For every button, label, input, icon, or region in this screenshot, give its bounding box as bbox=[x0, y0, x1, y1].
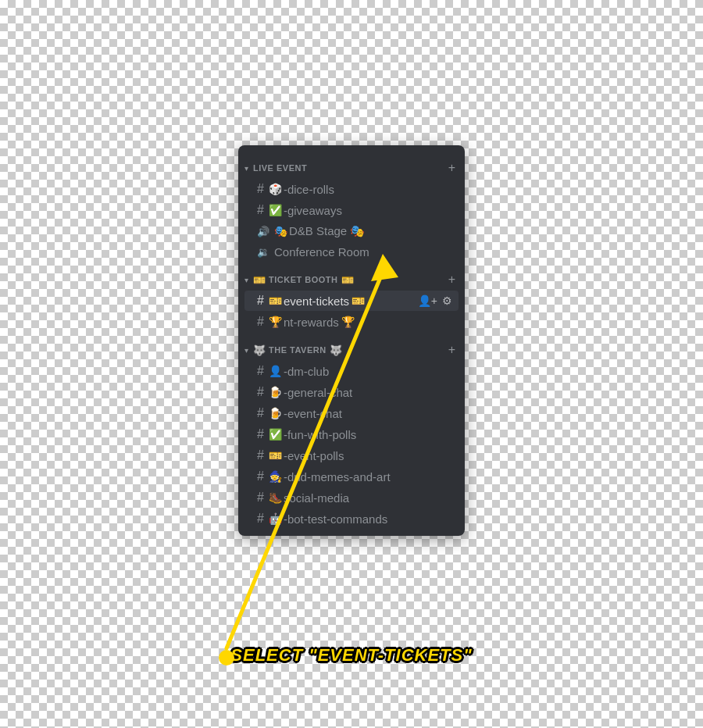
channel-emoji: 👤 bbox=[269, 365, 282, 377]
channel-name: -dnd-memes-and-art bbox=[284, 470, 391, 484]
channel-event-polls[interactable]: # 🎫 -event-polls bbox=[244, 445, 459, 466]
channel-emoji: 🍺 bbox=[269, 407, 282, 419]
channel-dice-rolls[interactable]: # 🎲 -dice-rolls bbox=[244, 179, 459, 199]
hash-icon: # bbox=[257, 315, 264, 329]
channel-name: Conference Room bbox=[274, 245, 369, 259]
channel-name: -event-polls bbox=[284, 449, 344, 462]
channel-emoji-after: 🏆 bbox=[341, 316, 355, 328]
hash-icon: # bbox=[257, 182, 264, 196]
channel-emoji: ✅ bbox=[269, 428, 282, 441]
channel-event-tickets[interactable]: # 🎫 event-tickets 🎫 👤+ ⚙ bbox=[244, 291, 459, 311]
sidebar: ▾ LIVE EVENT + # 🎲 -dice-rolls # ✅ -give… bbox=[238, 145, 465, 536]
category-add-button[interactable]: + bbox=[448, 343, 455, 357]
channel-emoji: 🥾 bbox=[269, 491, 282, 504]
channel-name: -giveaways bbox=[284, 204, 342, 217]
channel-name: event-tickets bbox=[284, 294, 349, 308]
category-label: TICKET BOOTH bbox=[269, 275, 338, 284]
add-member-icon[interactable]: 👤+ bbox=[418, 294, 437, 307]
hash-icon: # bbox=[257, 294, 264, 308]
channel-emoji: ✅ bbox=[269, 204, 282, 216]
channel-name: -dice-rolls bbox=[284, 183, 334, 196]
channel-emoji: 🎲 bbox=[269, 183, 282, 195]
category-live-event[interactable]: ▾ LIVE EVENT + bbox=[238, 158, 465, 178]
hash-icon: # bbox=[257, 406, 264, 420]
channel-actions: 👤+ ⚙ bbox=[418, 294, 452, 307]
hash-icon: # bbox=[257, 512, 264, 526]
channel-name: social-media bbox=[284, 491, 349, 505]
chevron-icon: ▾ bbox=[244, 276, 248, 284]
settings-icon[interactable]: ⚙ bbox=[442, 294, 452, 307]
channel-name: -fun-with-polls bbox=[284, 428, 356, 441]
hash-icon: # bbox=[257, 203, 264, 217]
hash-icon: # bbox=[257, 385, 264, 399]
category-label: LIVE EVENT bbox=[253, 163, 307, 173]
category-add-button[interactable]: + bbox=[448, 273, 455, 287]
chevron-icon: ▾ bbox=[244, 164, 248, 173]
channel-emoji: 🧙 bbox=[269, 470, 282, 483]
chevron-icon: ▾ bbox=[244, 346, 248, 355]
annotation-label: SELECT "EVENT-TICKETS" bbox=[230, 645, 472, 666]
category-emoji-before: 🐺 bbox=[253, 344, 266, 356]
channel-emoji: 🤖 bbox=[269, 512, 282, 525]
channel-dnd-memes[interactable]: # 🧙 -dnd-memes-and-art bbox=[244, 466, 459, 487]
volume-icon: 🔉 bbox=[257, 246, 269, 258]
channel-name: -event-chat bbox=[284, 407, 342, 420]
channel-bot-test[interactable]: # 🤖 -bot-test-commands bbox=[244, 509, 459, 529]
channel-dm-club[interactable]: # 👤 -dm-club bbox=[244, 361, 459, 381]
channel-giveaways[interactable]: # ✅ -giveaways bbox=[244, 200, 459, 220]
channel-name: -dm-club bbox=[284, 365, 329, 378]
hash-icon: # bbox=[257, 469, 264, 484]
channel-name: nt-rewards bbox=[284, 316, 339, 329]
voice-icon: 🔊 bbox=[257, 226, 269, 237]
channel-general-chat[interactable]: # 🍺 -general-chat bbox=[244, 382, 459, 402]
channel-conference-room[interactable]: 🔉 Conference Room bbox=[244, 242, 459, 262]
category-label: THE TAVERN bbox=[269, 345, 327, 355]
channel-name: -bot-test-commands bbox=[284, 512, 387, 526]
category-add-button[interactable]: + bbox=[448, 161, 455, 175]
hash-icon: # bbox=[257, 491, 264, 505]
category-emoji-after: 🐺 bbox=[330, 344, 342, 356]
category-emoji-after: 🎫 bbox=[341, 274, 354, 286]
channel-emoji: 🏆 bbox=[269, 316, 282, 328]
channel-social-media[interactable]: # 🥾 social-media bbox=[244, 487, 459, 508]
category-the-tavern[interactable]: ▾ 🐺 THE TAVERN 🐺 + bbox=[238, 340, 465, 360]
channel-fun-with-polls[interactable]: # ✅ -fun-with-polls bbox=[244, 424, 459, 444]
hash-icon: # bbox=[257, 427, 264, 441]
channel-dnb-stage[interactable]: 🔊 🎭 D&B Stage 🎭 bbox=[244, 221, 459, 241]
channel-event-rewards[interactable]: # 🏆 nt-rewards 🏆 bbox=[244, 312, 459, 332]
category-emoji-before: 🎫 bbox=[253, 274, 266, 286]
channel-emoji: 🎫 bbox=[269, 294, 282, 307]
hash-icon: # bbox=[257, 448, 264, 462]
channel-emoji: 🎫 bbox=[269, 449, 282, 462]
category-ticket-booth[interactable]: ▾ 🎫 TICKET BOOTH 🎫 + bbox=[238, 269, 465, 290]
channel-emoji-after: 🎫 bbox=[352, 294, 365, 307]
channel-event-chat[interactable]: # 🍺 -event-chat bbox=[244, 403, 459, 423]
hash-icon: # bbox=[257, 364, 264, 378]
channel-emoji: 🎭 bbox=[274, 225, 287, 237]
channel-name: D&B Stage 🎭 bbox=[289, 224, 365, 238]
channel-emoji: 🍺 bbox=[269, 386, 282, 398]
channel-name: -general-chat bbox=[284, 386, 352, 399]
